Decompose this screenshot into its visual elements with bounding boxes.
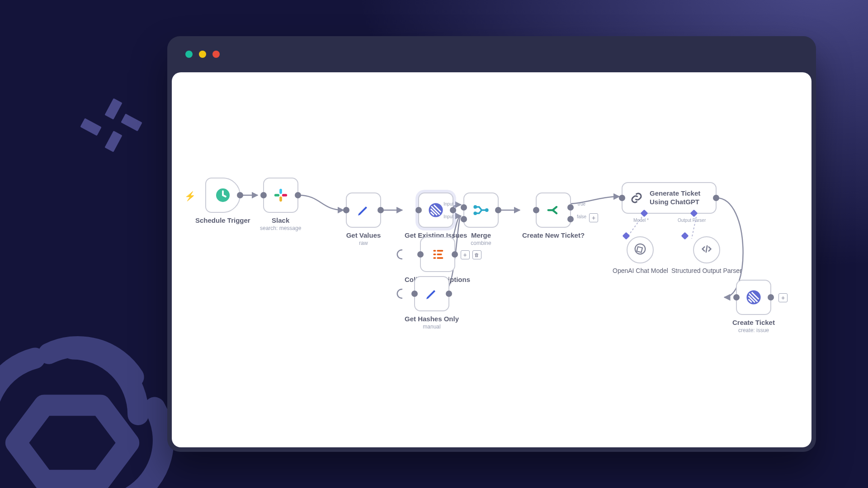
svg-rect-5 <box>282 194 287 197</box>
subnode-structured-output-parser[interactable]: Structured Output Parser <box>671 236 742 275</box>
app-window: ⚡ Schedule Trigger <box>167 36 816 452</box>
traffic-minimize-icon[interactable] <box>199 51 206 58</box>
clock-icon <box>214 186 232 204</box>
openai-logo-icon <box>0 325 190 488</box>
slot-label-parser: Output Parser <box>678 218 706 223</box>
svg-point-9 <box>474 212 476 214</box>
slot-label-model: Model * <box>633 218 649 223</box>
linear-icon <box>427 201 445 219</box>
node-subtitle: raw <box>359 240 368 246</box>
workflow-canvas[interactable]: ⚡ Schedule Trigger <box>172 72 811 447</box>
openai-icon <box>633 242 647 258</box>
svg-rect-2 <box>279 189 282 194</box>
port-label-true: true <box>578 202 585 206</box>
chain-icon <box>630 189 643 207</box>
branch-icon <box>544 201 562 219</box>
pencil-icon <box>423 285 441 303</box>
decorative-plus-icon <box>90 108 145 163</box>
code-icon <box>700 243 713 257</box>
node-label: Schedule Trigger <box>195 216 250 224</box>
merge-icon <box>472 201 490 219</box>
pencil-icon <box>354 201 373 219</box>
svg-point-8 <box>474 206 476 208</box>
node-label: Get Hashes Only <box>405 315 459 323</box>
port-label-input2: Input 2 <box>443 214 458 219</box>
traffic-zoom-icon[interactable] <box>212 51 220 58</box>
node-label: Merge <box>471 231 491 239</box>
node-create-ticket[interactable]: + Create Ticket create: issue <box>732 280 775 333</box>
traffic-close-icon[interactable] <box>185 51 193 58</box>
node-label: Generate Ticket Using ChatGPT <box>650 189 708 206</box>
node-subtitle: manual <box>423 324 440 330</box>
linear-icon <box>745 288 763 306</box>
subnode-label: Structured Output Parser <box>671 267 742 275</box>
svg-rect-3 <box>274 194 279 197</box>
node-label: Create Ticket <box>732 319 775 326</box>
delete-node-button[interactable]: 🗑 <box>472 250 481 259</box>
svg-rect-4 <box>279 197 282 202</box>
subnode-openai-chat-model[interactable]: OpenAI Chat Model <box>613 236 668 275</box>
node-create-new-ticket-if[interactable]: true false + Create New Ticket? <box>522 192 585 239</box>
node-slack[interactable]: Slack search: message <box>260 178 301 231</box>
node-subtitle: search: message <box>260 225 301 231</box>
node-subtitle: combine <box>471 240 491 246</box>
node-schedule-trigger[interactable]: Schedule Trigger <box>195 178 250 224</box>
node-generate-ticket-chatgpt[interactable]: Generate Ticket Using ChatGPT Model * Ou… <box>622 182 717 214</box>
port-label-false: false <box>577 214 586 219</box>
node-label: Slack <box>272 216 289 224</box>
add-node-button[interactable]: + <box>589 213 598 222</box>
node-label: Get Values <box>346 231 381 239</box>
slack-icon <box>272 186 290 204</box>
port-label-input1: Input 1 <box>443 202 458 206</box>
trigger-bolt-icon: ⚡ <box>184 191 196 202</box>
window-titlebar <box>167 36 816 72</box>
node-get-hashes-only[interactable]: Get Hashes Only manual <box>405 276 459 330</box>
add-node-button[interactable]: + <box>461 250 470 259</box>
node-subtitle: create: issue <box>738 327 769 333</box>
node-get-values[interactable]: Get Values raw <box>346 192 381 246</box>
add-node-button[interactable]: + <box>778 293 788 302</box>
list-icon <box>429 245 447 263</box>
svg-point-7 <box>486 209 488 211</box>
subnode-label: OpenAI Chat Model <box>613 267 668 275</box>
svg-marker-0 <box>16 405 129 480</box>
node-label: Create New Ticket? <box>522 231 585 239</box>
